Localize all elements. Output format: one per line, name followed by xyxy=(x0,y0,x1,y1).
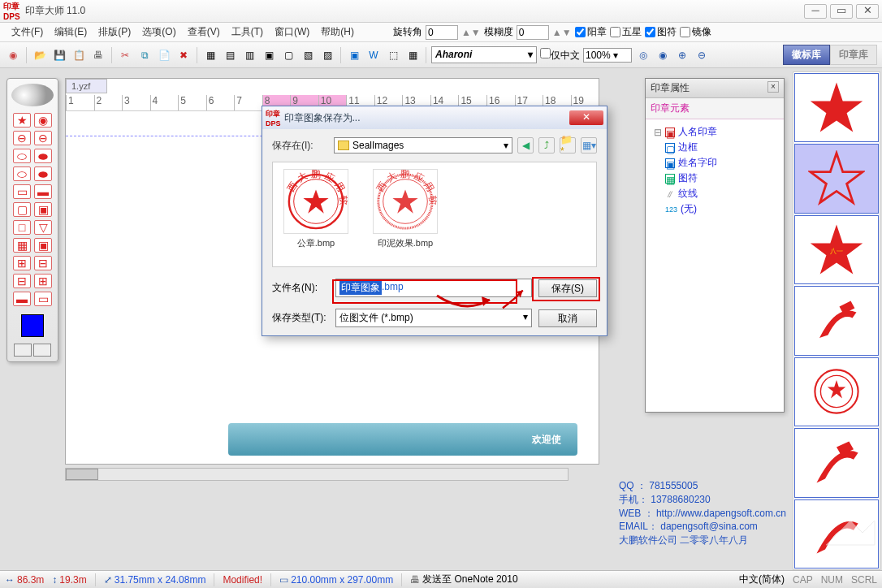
emblem-national[interactable] xyxy=(794,357,879,426)
filename-input[interactable]: 印章图象.bmp xyxy=(335,279,532,297)
tool-t4[interactable]: ⊞ xyxy=(34,274,52,288)
emblem-star-solid[interactable] xyxy=(794,73,879,142)
tool-oval[interactable]: ⬭ xyxy=(13,149,31,163)
document-tab[interactable]: 1.yzf xyxy=(66,79,107,93)
tool-rect2[interactable]: ▬ xyxy=(34,184,52,199)
menu-tools[interactable]: 工具(T) xyxy=(227,24,268,41)
tb-open[interactable]: 📂 xyxy=(32,47,48,63)
tree-symbol[interactable]: ▦ 图符 xyxy=(654,171,780,186)
tb-cut[interactable]: ✂ xyxy=(117,47,133,63)
tool-t1[interactable]: ⊞ xyxy=(13,256,31,270)
tb-print[interactable]: 🖶 xyxy=(90,47,106,63)
tb-zoom3[interactable]: ⊕ xyxy=(674,47,690,63)
tree-none[interactable]: 123 (无) xyxy=(654,201,780,217)
dialog-header[interactable]: 印章DPS 印章图象保存为... ✕ xyxy=(262,106,607,129)
tree-nametext[interactable]: ▣ 姓名字印 xyxy=(654,155,780,171)
tool-sq[interactable]: □ xyxy=(13,220,31,235)
tb-save[interactable]: 💾 xyxy=(51,47,67,63)
tb-zoom1[interactable]: ◎ xyxy=(635,47,651,63)
dialog-close[interactable]: ✕ xyxy=(569,110,603,125)
tb-grid[interactable]: ▦ xyxy=(202,47,218,63)
menu-view[interactable]: 查看(V) xyxy=(183,24,225,41)
nav-new[interactable]: 📁* xyxy=(560,137,576,153)
tool-tri[interactable]: ▽ xyxy=(34,220,52,235)
tb-delete[interactable]: ✖ xyxy=(175,47,192,63)
file-list[interactable]: 西 大 鹏 应 用 软 件 公 公章.bmp 西 大 鹏 应 用 软 件 公 印… xyxy=(272,162,597,267)
tb-new[interactable]: ◉ xyxy=(5,47,21,63)
tool-oval2[interactable]: ⬬ xyxy=(34,149,52,163)
tool-box[interactable]: ▣ xyxy=(34,238,52,253)
tool-grid[interactable]: ▦ xyxy=(13,238,31,253)
palette-foot2[interactable] xyxy=(33,344,51,357)
tool-rect[interactable]: ▭ xyxy=(13,184,31,199)
tool-rect3[interactable]: ▢ xyxy=(13,202,31,217)
tb-align6[interactable]: ▨ xyxy=(319,47,335,63)
folder-select[interactable]: SealImages ▾ xyxy=(334,137,512,153)
tool-t6[interactable]: ▭ xyxy=(34,292,52,306)
canvas-scrollbar-h[interactable] xyxy=(65,468,569,481)
blur-input[interactable] xyxy=(517,25,549,40)
tb-extra2[interactable]: W xyxy=(365,47,382,63)
menu-file[interactable]: 文件(F) xyxy=(6,24,48,41)
tb-align2[interactable]: ▥ xyxy=(241,47,257,63)
menu-window[interactable]: 窗口(W) xyxy=(270,24,314,41)
zoom-select[interactable]: 100% ▾ xyxy=(583,48,632,63)
tool-t2[interactable]: ⊟ xyxy=(34,256,52,270)
file-item-1[interactable]: 西 大 鹏 应 用 软 件 公 公章.bmp xyxy=(279,169,352,249)
tool-minus2[interactable]: ⊖ xyxy=(34,131,52,145)
tool-t3[interactable]: ⊟ xyxy=(13,274,31,288)
chk-yang[interactable] xyxy=(575,27,586,37)
menu-help[interactable]: 帮助(H) xyxy=(316,24,359,41)
tab-seal-lib[interactable]: 印章库 xyxy=(830,45,877,65)
filetype-select[interactable]: 位图文件 (*.bmp)▾ xyxy=(335,309,532,327)
tool-rect4[interactable]: ▣ xyxy=(34,202,52,217)
menu-edit[interactable]: 编辑(E) xyxy=(50,24,92,41)
tb-zoom4[interactable]: ⊖ xyxy=(694,47,710,63)
tb-align1[interactable]: ▤ xyxy=(222,47,238,63)
tab-emblem-lib[interactable]: 徽标库 xyxy=(783,45,830,65)
color-swatch[interactable] xyxy=(21,314,44,337)
chk-tufu[interactable] xyxy=(645,27,655,37)
emblem-hammer2[interactable] xyxy=(794,428,879,497)
tree-root[interactable]: ⊟ ▣ 人名印章 xyxy=(654,124,780,140)
font-select[interactable]: Aharoni ▾ xyxy=(431,46,537,63)
tool-minus[interactable]: ⊖ xyxy=(13,131,31,145)
minimize-button[interactable]: ─ xyxy=(804,4,827,19)
chk-only-cn[interactable] xyxy=(540,48,551,58)
tb-copy[interactable]: ⧉ xyxy=(136,47,153,63)
nav-up[interactable]: ⤴ xyxy=(538,137,555,153)
tool-oval3[interactable]: ⬭ xyxy=(13,166,31,181)
emblem-hammer-sickle[interactable] xyxy=(794,286,879,355)
maximize-button[interactable]: ▭ xyxy=(830,4,853,19)
chk-jingxiang[interactable] xyxy=(680,27,690,37)
tb-paste[interactable]: 📄 xyxy=(156,47,172,63)
tool-t5[interactable]: ▬ xyxy=(13,292,31,306)
close-button[interactable]: ✕ xyxy=(856,4,879,19)
emblem-star-outline[interactable] xyxy=(794,144,879,213)
tb-align4[interactable]: ▢ xyxy=(280,47,296,63)
emblem-army-star[interactable]: 八一 xyxy=(794,215,879,284)
menu-options[interactable]: 选项(O) xyxy=(137,24,180,41)
tb-extra3[interactable]: ⬚ xyxy=(385,47,401,63)
nav-back[interactable]: ◀ xyxy=(517,137,534,153)
menu-layout[interactable]: 排版(P) xyxy=(93,24,136,41)
tb-copy-doc[interactable]: 📋 xyxy=(71,47,87,63)
file-item-2[interactable]: 西 大 鹏 应 用 软 件 公 印泥效果.bmp xyxy=(369,169,442,249)
chk-wuxing[interactable] xyxy=(610,27,620,37)
tb-align3[interactable]: ▣ xyxy=(261,47,277,63)
rotate-input[interactable] xyxy=(426,25,458,40)
tb-extra4[interactable]: ▦ xyxy=(404,47,421,63)
tb-extra1[interactable]: ▣ xyxy=(346,47,362,63)
prop-close[interactable]: × xyxy=(767,81,779,93)
palette-foot1[interactable] xyxy=(14,344,32,357)
tool-star[interactable]: ★ xyxy=(13,113,31,128)
tool-oval4[interactable]: ⬬ xyxy=(34,166,52,181)
nav-view[interactable]: ▦▾ xyxy=(581,137,597,153)
cancel-button[interactable]: 取消 xyxy=(538,309,597,327)
tb-zoom2[interactable]: ◉ xyxy=(655,47,671,63)
save-button[interactable]: 保存(S) xyxy=(538,279,597,297)
tb-align5[interactable]: ▧ xyxy=(300,47,316,63)
tree-border[interactable]: ▢ 边框 xyxy=(654,140,780,155)
tool-circle[interactable]: ◉ xyxy=(34,113,52,128)
tree-lines[interactable]: ⫽ 纹线 xyxy=(654,186,780,201)
